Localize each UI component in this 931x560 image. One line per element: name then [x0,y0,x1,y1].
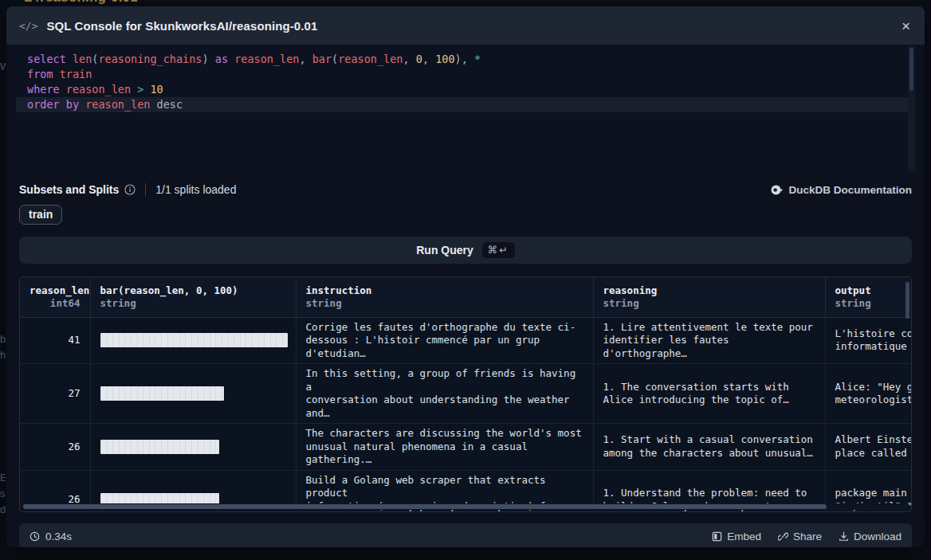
duckdb-logo-icon [771,184,783,196]
keyboard-shortcut-badge: ⌘↵ [482,242,515,258]
code-icon: </> [19,20,37,32]
code-line: from train [16,67,915,82]
code-line: where reason_len > 10 [16,82,915,97]
table-body: 41Corrige les fautes d'orthographe du te… [20,317,912,512]
query-time-value: 0.34s [45,531,72,542]
bar-visualization [100,386,224,401]
cell-reasoning: 1. The conversation starts with Alice in… [593,364,825,424]
table-horizontal-scrollbar[interactable] [22,503,909,510]
share-button[interactable]: Share [778,531,822,542]
split-button-train[interactable]: train [19,205,62,225]
table-row[interactable]: 26The characters are discussing the worl… [20,424,912,471]
cell-instruction: In this setting, a group of friends is h… [296,364,593,424]
share-label: Share [793,531,822,542]
bar-visualization [100,333,289,347]
modal-title: SQL Console for SkunkworksAI/reasoning-0… [46,19,317,33]
embed-button[interactable]: Embed [712,531,761,542]
sql-console-modal: </> SQL Console for SkunkworksAI/reasoni… [6,6,925,547]
cell-bar [90,317,296,364]
table-header-row: reason_lenint64bar(reason_len, 0, 100)st… [20,277,912,317]
embed-icon [712,531,722,542]
divider [145,183,146,196]
query-time: 0.34s [29,531,72,542]
footer-actions: Embed Share Download [712,531,902,542]
scrollbar-thumb[interactable] [23,504,827,509]
share-link-icon [778,531,788,542]
editor-scrollbar[interactable] [908,46,915,171]
table-row[interactable]: 27In this setting, a group of friends is… [20,364,912,424]
cell-output: L'histoire co informatique [825,317,912,364]
cell-reason-len: 41 [20,317,90,364]
cell-bar [90,424,296,471]
results-footer: 0.34s Embed Share Download [19,523,912,547]
column-header-instruction[interactable]: instructionstring [296,277,593,317]
embed-label: Embed [727,531,761,542]
duckdb-documentation-link[interactable]: DuckDB Documentation [771,184,912,196]
sql-editor[interactable]: select len(reasoning_chains) as reason_l… [16,52,915,112]
backdrop-left-strip: WbhEsd [0,0,6,560]
backdrop-page-title: L /reasoning-0.01 [24,0,138,6]
cell-instruction: Corrige les fautes d'orthographe du text… [296,317,593,364]
cell-bar [90,364,296,424]
code-line-active: order by reason_len desc [16,97,915,112]
column-header-reason_len[interactable]: reason_lenint64 [20,277,90,317]
cell-output: Albert Einste place called [825,424,912,471]
modal-header: </> SQL Console for SkunkworksAI/reasoni… [6,6,925,45]
close-button[interactable]: × [902,18,910,33]
code-line: select len(reasoning_chains) as reason_l… [16,52,915,67]
clock-icon [29,531,40,542]
cell-reasoning: 1. Start with a casual conversation amon… [593,424,825,471]
column-header-reasoning[interactable]: reasoningstring [593,277,825,317]
download-button[interactable]: Download [839,531,902,542]
run-query-label: Run Query [416,244,473,257]
cell-reason-len: 26 [20,424,90,471]
sql-editor-wrap: select len(reasoning_chains) as reason_l… [16,46,915,171]
results-table: reason_lenint64bar(reason_len, 0, 100)st… [19,276,912,512]
cell-reasoning: 1. Lire attentivement le texte pour iden… [593,317,825,364]
cell-reason-len: 27 [20,364,90,424]
download-icon [839,531,849,542]
table-row[interactable]: 41Corrige les fautes d'orthographe du te… [20,317,912,364]
splits-loaded-status: 1/1 splits loaded [155,183,236,196]
bar-visualization [100,440,220,454]
subsets-row: Subsets and Splits 1/1 splits loaded Duc… [19,183,912,196]
cell-instruction: The characters are discussing the world'… [296,424,593,471]
run-query-button[interactable]: Run Query ⌘↵ [19,237,912,264]
download-label: Download [854,531,902,542]
subsets-heading: Subsets and Splits [19,183,119,196]
cell-output: Alice: "Hey g meteorologist [825,364,912,424]
duckdb-link-label: DuckDB Documentation [788,184,912,196]
info-icon[interactable] [124,184,136,195]
table-vertical-scrollbar[interactable] [905,282,909,319]
column-header-output[interactable]: outputstring [825,277,912,317]
column-header-bar[interactable]: bar(reason_len, 0, 100)string [90,277,296,317]
